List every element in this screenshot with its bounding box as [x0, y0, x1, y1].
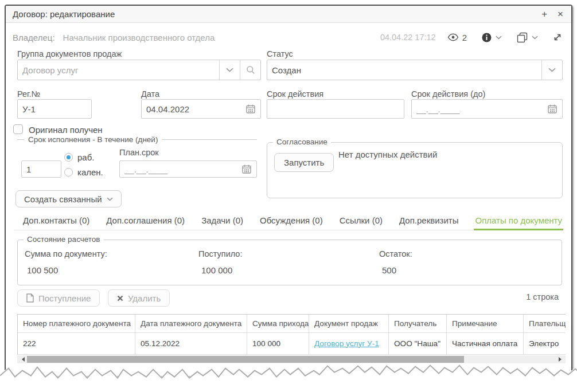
cell-payment-number: 222 — [18, 333, 135, 355]
status-label: Статус — [267, 49, 293, 58]
add-window-button[interactable]: + — [541, 9, 547, 19]
create-related-button[interactable]: Создать связанный — [15, 190, 122, 207]
cell-amount: 100 000 — [247, 333, 309, 355]
approval-legend: Согласование — [273, 138, 331, 146]
col-note[interactable]: Примечание — [447, 315, 524, 333]
table-header-row: Номер платежного документа Дата платежно… — [18, 315, 566, 333]
document-icon — [26, 293, 34, 303]
chevron-down-icon — [496, 36, 502, 40]
date-label: Дата — [141, 89, 159, 99]
validity-label: Срок действия — [267, 89, 323, 99]
tab-payments[interactable]: Оплаты по документу — [475, 215, 562, 225]
views-counter: 2 — [447, 33, 467, 42]
status-dropdown-button[interactable] — [541, 60, 562, 80]
search-icon — [246, 65, 255, 75]
table-row[interactable]: 222 05.12.2022 100 000 Договор услуг У-1… — [18, 333, 566, 355]
col-payment-number[interactable]: Номер платежного документа — [18, 315, 135, 333]
scroll-right-icon[interactable] — [559, 357, 564, 362]
info-icon — [482, 33, 492, 42]
chevron-down-icon — [226, 68, 233, 72]
remainder-label: Остаток: — [379, 249, 412, 258]
scrollbar-thumb[interactable] — [27, 356, 464, 363]
original-received-checkbox[interactable] — [13, 124, 23, 134]
date-calendar-button[interactable] — [241, 100, 260, 118]
plan-date-input[interactable] — [120, 161, 237, 177]
radio-working-days[interactable]: раб. — [64, 152, 94, 162]
cell-payment-date: 05.12.2022 — [135, 333, 247, 355]
regno-input[interactable] — [18, 100, 91, 118]
tab-extra-contacts[interactable]: Доп.контакты (0) — [23, 215, 89, 225]
chevron-down-icon — [548, 68, 556, 72]
group-search-button[interactable] — [240, 60, 260, 80]
radio-selected-icon — [64, 153, 73, 162]
calendar-icon — [246, 104, 255, 113]
horizontal-scrollbar[interactable] — [17, 355, 566, 363]
col-amount[interactable]: Сумма прихода — [247, 315, 309, 333]
tab-discussions[interactable]: Обсуждения (0) — [260, 215, 323, 225]
scroll-left-icon[interactable] — [20, 357, 25, 362]
info-menu[interactable] — [482, 33, 502, 42]
col-sales-document[interactable]: Документ продаж — [309, 315, 389, 333]
validity-field — [267, 99, 404, 119]
tab-extra-agreements[interactable]: Доп.соглашения (0) — [106, 215, 185, 225]
close-window-button[interactable]: × — [557, 9, 563, 19]
tab-extra-requisites[interactable]: Доп.реквизиты — [399, 215, 458, 225]
radio-icon — [64, 168, 73, 177]
status-select[interactable] — [267, 60, 563, 80]
contract-edit-window: Договор: редактирование + × Владелец: На… — [5, 5, 572, 377]
rows-count: 1 строка — [526, 292, 559, 301]
col-payer[interactable]: Плательщик — [524, 315, 566, 333]
regno-field — [17, 99, 92, 119]
validity-until-input[interactable] — [412, 100, 543, 118]
views-count: 2 — [462, 33, 467, 42]
sales-document-link[interactable]: Договор услуг У-1 — [314, 339, 379, 348]
amount-value: 100 500 — [27, 265, 58, 275]
validity-until-calendar-button[interactable] — [543, 100, 562, 118]
validity-input[interactable] — [267, 100, 404, 118]
start-approval-button[interactable]: Запустить — [274, 153, 334, 172]
approval-status-text: Нет доступных действий — [338, 150, 437, 159]
cell-sales-document: Договор услуг У-1 — [309, 333, 389, 355]
group-dropdown-button[interactable] — [219, 60, 240, 80]
tab-bar: Доп.контакты (0) Доп.соглашения (0) Зада… — [14, 213, 563, 230]
expand-icon — [553, 33, 562, 42]
owner-value: Начальник производственного отдела — [63, 33, 215, 42]
execution-days-input[interactable] — [22, 161, 61, 177]
expand-button[interactable] — [553, 33, 562, 42]
received-value: 100 000 — [201, 265, 232, 275]
plan-date-calendar-button[interactable] — [237, 161, 256, 177]
cell-payer: Электро — [524, 333, 566, 355]
payments-table: Номер платежного документа Дата платежно… — [17, 314, 566, 355]
owner-row: Владелец: Начальник производственного от… — [13, 31, 562, 44]
delete-button[interactable]: Удалить — [108, 289, 170, 307]
received-label: Поступило: — [198, 249, 242, 258]
x-icon — [117, 295, 123, 301]
settlement-summary-fieldset: Состояние расчетов Сумма по документу: 1… — [17, 240, 562, 285]
validity-until-field — [411, 99, 563, 119]
tab-links[interactable]: Ссылки (0) — [340, 215, 383, 225]
settlement-legend: Состояние расчетов — [24, 235, 104, 244]
date-input[interactable] — [142, 100, 241, 118]
col-recipient[interactable]: Получатель — [389, 315, 447, 333]
group-label: Группа документов продаж — [17, 49, 122, 58]
chevron-down-icon — [107, 197, 113, 201]
col-payment-date[interactable]: Дата платежного документа — [135, 315, 247, 333]
eye-icon — [447, 33, 459, 41]
cell-recipient: ООО "Наша" — [389, 333, 447, 355]
remainder-value: 500 — [382, 265, 396, 275]
group-input[interactable] — [18, 60, 219, 80]
title-bar: Договор: редактирование + × — [6, 6, 571, 23]
execution-legend: Срок исполнения - В течение (дней) — [17, 135, 257, 144]
window-title: Договор: редактирование — [13, 9, 115, 19]
receipt-button[interactable]: Поступление — [17, 289, 100, 307]
plan-date-field — [119, 160, 257, 178]
tab-tasks[interactable]: Задачи (0) — [201, 215, 243, 225]
copy-menu[interactable] — [517, 32, 538, 43]
owner-label: Владелец: — [13, 33, 55, 42]
chevron-down-icon — [532, 36, 538, 40]
status-input[interactable] — [267, 60, 541, 80]
radio-calendar-days[interactable]: кален. — [64, 167, 103, 177]
group-field — [17, 60, 261, 80]
cell-note: Частичная оплата — [447, 333, 524, 355]
plan-date-label: План.срок — [119, 148, 159, 157]
